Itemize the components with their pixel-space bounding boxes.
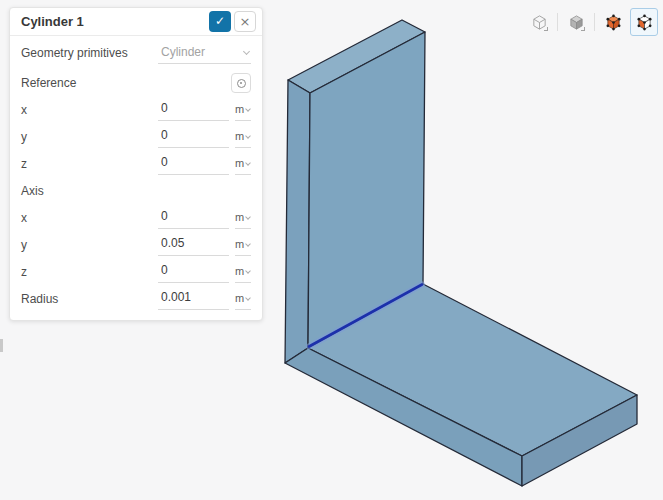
wireframe-view-button[interactable] bbox=[526, 8, 552, 36]
chevron-down-icon bbox=[245, 106, 251, 112]
radius-row: Radius m bbox=[10, 285, 262, 312]
unit-label: m bbox=[235, 238, 244, 250]
axis-z-row: z m bbox=[10, 258, 262, 285]
toolbar-divider bbox=[557, 13, 558, 31]
reference-row: Reference bbox=[10, 70, 262, 96]
unit-label: m bbox=[235, 211, 244, 223]
reference-label: Reference bbox=[21, 76, 158, 90]
field-label: z bbox=[21, 265, 158, 279]
view-toolbar bbox=[524, 8, 660, 36]
geometry-primitives-label: Geometry primitives bbox=[21, 46, 158, 60]
scrollbar-thumb[interactable] bbox=[0, 339, 3, 352]
unit-label: m bbox=[235, 265, 244, 277]
axis-z-input[interactable] bbox=[158, 261, 229, 283]
panel-title: Cylinder 1 bbox=[21, 14, 209, 29]
select-faces-button[interactable] bbox=[630, 8, 658, 36]
axis-section-label: Axis bbox=[21, 184, 44, 198]
solid-view-button[interactable] bbox=[563, 8, 589, 36]
reference-x-input[interactable] bbox=[158, 99, 229, 121]
field-label: y bbox=[21, 238, 158, 252]
field-label: y bbox=[21, 130, 158, 144]
volume-select-cube-icon bbox=[605, 14, 622, 31]
reference-y-row: y m bbox=[10, 123, 262, 150]
field-label: z bbox=[21, 157, 158, 171]
unit-label: m bbox=[235, 292, 244, 304]
field-label: x bbox=[21, 103, 158, 117]
chevron-down-icon bbox=[245, 295, 251, 301]
geometry-primitives-row: Geometry primitives Cylinder bbox=[10, 36, 262, 70]
geometry-primitives-dropdown[interactable]: Cylinder bbox=[158, 42, 251, 64]
more-options-icon bbox=[544, 27, 548, 31]
unit-dropdown[interactable]: m bbox=[235, 126, 251, 148]
unit-dropdown[interactable]: m bbox=[235, 288, 251, 310]
axis-y-input[interactable] bbox=[158, 234, 229, 256]
chevron-down-icon bbox=[245, 160, 251, 166]
reference-pick-button[interactable] bbox=[231, 73, 251, 93]
reference-z-row: z m bbox=[10, 150, 262, 177]
chevron-down-icon bbox=[243, 48, 250, 55]
axis-y-row: y m bbox=[10, 231, 262, 258]
chevron-down-icon bbox=[245, 133, 251, 139]
reference-z-input[interactable] bbox=[158, 153, 229, 175]
unit-dropdown[interactable]: m bbox=[235, 234, 251, 256]
cylinder-settings-panel: Cylinder 1 ✓ × Geometry primitives Cylin… bbox=[9, 7, 263, 321]
application-window: { "panel": { "title": "Cylinder 1", "hea… bbox=[0, 0, 663, 500]
unit-label: m bbox=[235, 157, 244, 169]
unit-dropdown[interactable]: m bbox=[235, 99, 251, 121]
confirm-button[interactable]: ✓ bbox=[209, 11, 231, 32]
select-volumes-button[interactable] bbox=[600, 8, 626, 36]
panel-header: Cylinder 1 ✓ × bbox=[10, 8, 262, 36]
model-face-vertical-side[interactable] bbox=[285, 80, 310, 363]
unit-dropdown[interactable]: m bbox=[235, 153, 251, 175]
toolbar-divider bbox=[594, 13, 595, 31]
chevron-down-icon bbox=[245, 241, 251, 247]
unit-label: m bbox=[235, 130, 244, 142]
geometry-primitives-value: Cylinder bbox=[161, 45, 205, 59]
field-label: x bbox=[21, 211, 158, 225]
axis-x-row: x m bbox=[10, 204, 262, 231]
more-options-icon bbox=[581, 27, 585, 31]
unit-dropdown[interactable]: m bbox=[235, 261, 251, 283]
axis-section-row: Axis bbox=[10, 177, 262, 204]
reference-x-row: x m bbox=[10, 96, 262, 123]
radius-input[interactable] bbox=[158, 288, 229, 310]
reference-y-input[interactable] bbox=[158, 126, 229, 148]
unit-dropdown[interactable]: m bbox=[235, 207, 251, 229]
chevron-down-icon bbox=[245, 268, 251, 274]
axis-x-input[interactable] bbox=[158, 207, 229, 229]
face-select-cube-icon bbox=[636, 14, 653, 31]
chevron-down-icon bbox=[245, 214, 251, 220]
target-icon bbox=[237, 79, 246, 88]
unit-label: m bbox=[235, 103, 244, 115]
field-label: Radius bbox=[21, 292, 158, 306]
close-button[interactable]: × bbox=[234, 11, 256, 32]
